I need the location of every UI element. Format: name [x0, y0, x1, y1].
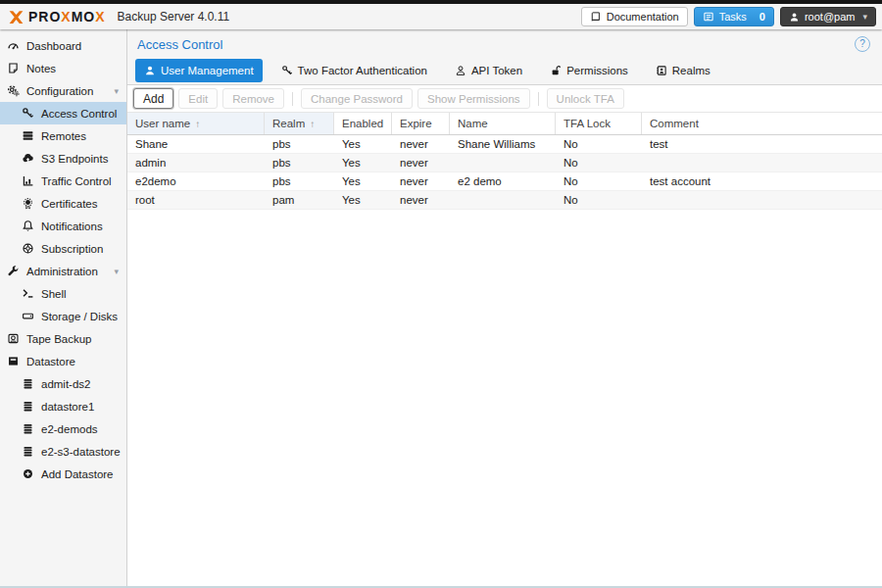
- sidebar-item-e2-demods[interactable]: e2-demods: [0, 417, 126, 440]
- remove-button: Remove: [222, 88, 284, 109]
- sort-asc-icon: ↑: [195, 119, 200, 129]
- unlock-icon: [550, 65, 562, 76]
- sidebar-item-s3-endpoints[interactable]: S3 Endpoints: [0, 147, 126, 170]
- change-password-button: Change Password: [301, 88, 413, 109]
- tab-two-factor-authentication[interactable]: Two Factor Authentication: [272, 59, 436, 82]
- database-icon: [22, 445, 35, 459]
- certificate-seal-icon: [22, 197, 35, 211]
- bell-icon: [22, 220, 35, 233]
- tasks-count-badge: 0: [760, 11, 765, 23]
- chevron-down-icon[interactable]: ▾: [114, 86, 119, 96]
- sidebar-item-certificates[interactable]: Certificates: [0, 192, 126, 215]
- key-icon: [281, 65, 293, 76]
- sidebar-item-administration[interactable]: Administration ▾: [0, 260, 126, 282]
- product-version-label: Backup Server 4.0.11: [118, 10, 230, 24]
- sidebar-item-notifications[interactable]: Notifications: [0, 215, 126, 237]
- navigation-sidebar: Dashboard Notes Configuration ▾ Access C…: [0, 29, 127, 586]
- storage-box-icon: [7, 355, 21, 368]
- sidebar-item-datastore1[interactable]: datastore1: [0, 395, 126, 417]
- page-title: Access Control: [137, 37, 222, 52]
- table-row-admin[interactable]: admin pbs Yes never No: [127, 154, 882, 172]
- sidebar-item-tape-backup[interactable]: Tape Backup: [0, 327, 126, 350]
- terminal-icon: [22, 287, 35, 301]
- table-header: User name ↑ Realm ↑ Enabled Expire Name …: [127, 113, 882, 135]
- book-icon: [590, 11, 602, 23]
- add-button[interactable]: Add: [133, 88, 173, 109]
- proxmox-logo: PROXMOX Backup Server 4.0.11: [8, 9, 229, 24]
- toolbar-separator: [538, 92, 539, 106]
- toolbar-separator: [292, 92, 293, 106]
- tab-api-token[interactable]: API Token: [446, 59, 531, 82]
- tasks-button[interactable]: Tasks 0: [694, 7, 774, 26]
- chevron-down-icon: ▾: [862, 12, 867, 22]
- sidebar-item-remotes[interactable]: Remotes: [0, 124, 126, 147]
- database-icon: [22, 400, 35, 414]
- tab-bar: User Management Two Factor Authenticatio…: [127, 57, 882, 84]
- tape-cartridge-icon: [7, 332, 21, 346]
- table-row-shane[interactable]: Shane pbs Yes never Shane Williams No te…: [127, 135, 882, 154]
- database-icon: [22, 377, 35, 391]
- cloud-upload-icon: [22, 152, 35, 166]
- column-header-enabled[interactable]: Enabled: [334, 113, 392, 134]
- person-outline-icon: [455, 65, 466, 76]
- user-management-panel: Add Edit Remove Change Password Show Per…: [127, 84, 882, 586]
- life-ring-icon: [22, 242, 35, 256]
- note-icon: [7, 62, 21, 75]
- sidebar-item-notes[interactable]: Notes: [0, 57, 126, 79]
- help-icon[interactable]: ?: [855, 36, 870, 52]
- tab-realms[interactable]: Realms: [647, 59, 719, 82]
- column-header-comment[interactable]: Comment: [642, 113, 882, 134]
- sidebar-item-subscription[interactable]: Subscription: [0, 237, 126, 260]
- user-icon: [144, 65, 156, 76]
- table-body: Shane pbs Yes never Shane Williams No te…: [127, 135, 882, 586]
- header-actions: Documentation Tasks 0 root@pam ▾: [581, 7, 876, 26]
- table-row-root[interactable]: root pam Yes never No: [127, 191, 882, 210]
- sidebar-item-e2-s3-datastore[interactable]: e2-s3-datastore: [0, 440, 126, 463]
- column-header-user-name[interactable]: User name ↑: [127, 113, 265, 134]
- address-book-icon: [656, 65, 667, 76]
- column-header-name[interactable]: Name: [450, 113, 556, 134]
- show-permissions-button: Show Permissions: [417, 88, 530, 109]
- sidebar-item-storage-disks[interactable]: Storage / Disks: [0, 305, 126, 327]
- sidebar-item-add-datastore[interactable]: Add Datastore: [0, 463, 126, 485]
- gears-icon: [7, 84, 21, 98]
- column-header-tfa-lock[interactable]: TFA Lock: [556, 113, 642, 134]
- sidebar-item-datastore[interactable]: Datastore: [0, 350, 126, 372]
- plus-circle-icon: [22, 467, 35, 481]
- content-title-bar: Access Control ?: [127, 29, 882, 57]
- chevron-down-icon[interactable]: ▾: [114, 267, 119, 276]
- sidebar-item-shell[interactable]: Shell: [0, 282, 126, 305]
- sidebar-item-dashboard[interactable]: Dashboard: [0, 34, 126, 57]
- sort-asc-icon: ↑: [310, 119, 315, 129]
- edit-button: Edit: [178, 88, 218, 109]
- toolbar: Add Edit Remove Change Password Show Per…: [127, 85, 882, 113]
- database-icon: [22, 422, 35, 436]
- chart-axis-icon: [22, 174, 35, 188]
- user-icon: [789, 12, 800, 23]
- documentation-button[interactable]: Documentation: [581, 7, 688, 26]
- column-header-realm[interactable]: Realm ↑: [265, 113, 334, 134]
- main-content: Access Control ? User Management Two Fac…: [127, 29, 882, 586]
- column-header-expire[interactable]: Expire: [392, 113, 450, 134]
- sidebar-item-traffic-control[interactable]: Traffic Control: [0, 170, 126, 192]
- tab-user-management[interactable]: User Management: [135, 59, 263, 82]
- app-header: PROXMOX Backup Server 4.0.11 Documentati…: [0, 4, 882, 29]
- server-stack-icon: [22, 129, 35, 143]
- proxmox-wordmark: PROXMOX: [28, 9, 106, 24]
- key-icon: [22, 107, 35, 121]
- unlock-tfa-button: Unlock TFA: [547, 88, 624, 109]
- sidebar-item-access-control[interactable]: Access Control: [0, 102, 126, 124]
- hard-drive-icon: [22, 310, 35, 323]
- table-row-e2demo[interactable]: e2demo pbs Yes never e2 demo No test acc…: [127, 172, 882, 191]
- gauge-icon: [7, 39, 21, 53]
- user-menu-button[interactable]: root@pam ▾: [780, 7, 876, 26]
- sidebar-item-configuration[interactable]: Configuration ▾: [0, 79, 126, 102]
- wrench-icon: [7, 265, 21, 278]
- tab-permissions[interactable]: Permissions: [541, 59, 637, 82]
- proxmox-backup-server-window: PROXMOX Backup Server 4.0.11 Documentati…: [0, 0, 882, 588]
- sidebar-item-admit-ds2[interactable]: admit-ds2: [0, 372, 126, 395]
- proxmox-x-icon: [8, 9, 24, 24]
- task-list-icon: [703, 11, 714, 23]
